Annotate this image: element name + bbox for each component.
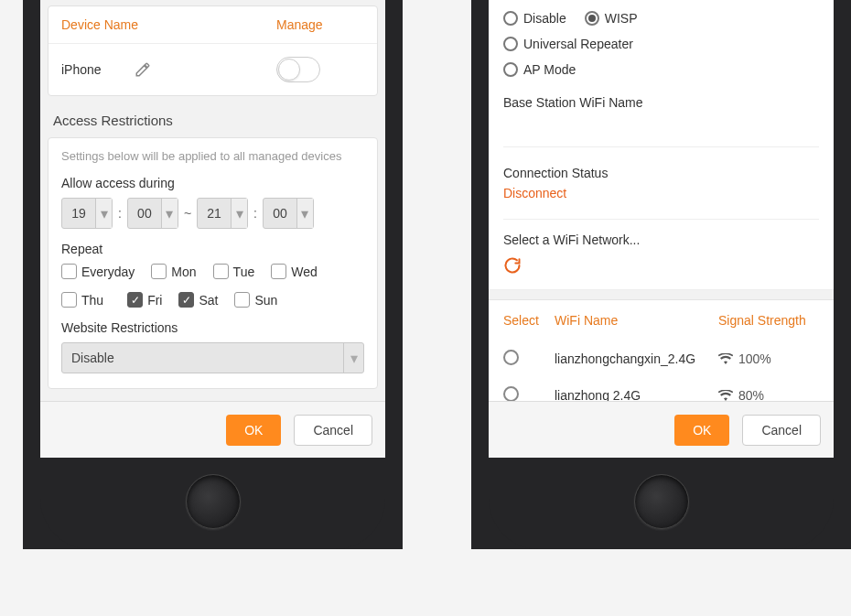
- allow-access-label: Allow access during: [61, 176, 364, 190]
- wifi-table: Select WiFi Name Signal Strength lianzho…: [489, 299, 834, 414]
- access-restrictions-title: Access Restrictions: [40, 96, 385, 137]
- ok-button[interactable]: OK: [674, 415, 729, 446]
- time-to-minute[interactable]: 00▾: [263, 198, 314, 229]
- screen-left: Device Name Manage iPhone Access Restric…: [40, 0, 385, 458]
- day-tue[interactable]: Tue: [213, 264, 255, 279]
- website-restrictions-select[interactable]: Disable ▾: [61, 342, 364, 373]
- base-station-label: Base Station WiFi Name: [503, 82, 819, 115]
- phone-left: Device Name Manage iPhone Access Restric…: [23, 0, 403, 549]
- mode-disable[interactable]: Disable: [503, 11, 566, 26]
- time-range-row: 19▾ : 00▾ ~ 21▾ : 00▾: [61, 198, 364, 229]
- phone-bezel-bottom: [40, 458, 385, 549]
- select-network-label: Select a WiFi Network...: [503, 225, 819, 253]
- day-everyday[interactable]: Everyday: [61, 264, 135, 279]
- radio-selected-icon: [585, 11, 599, 26]
- phone-bezel-bottom: [489, 458, 834, 549]
- radio-icon: [503, 62, 518, 77]
- time-from-minute[interactable]: 00▾: [127, 198, 178, 229]
- screen-right: Disable WISP Universal Repeater AP Mode …: [489, 0, 834, 458]
- cancel-button[interactable]: Cancel: [742, 415, 821, 446]
- radio-icon: [503, 37, 518, 51]
- mode-ap[interactable]: AP Mode: [503, 62, 576, 77]
- wifi-header-select: Select: [503, 313, 555, 328]
- wifi-header-signal: Signal Strength: [718, 313, 819, 328]
- repeat-label: Repeat: [61, 242, 364, 256]
- day-mon[interactable]: Mon: [151, 264, 196, 279]
- device-row: iPhone: [48, 44, 377, 95]
- chevron-down-icon: ▾: [95, 199, 112, 228]
- divider: [503, 146, 819, 147]
- day-thu[interactable]: Thu: [61, 292, 103, 308]
- restrictions-card: Settings below will be applied to all ma…: [48, 137, 378, 389]
- footer-bar-left: OK Cancel: [40, 401, 385, 458]
- checkbox-checked-icon: [178, 292, 194, 308]
- device-table-header-name: Device Name: [61, 17, 276, 32]
- edit-icon[interactable]: [135, 61, 276, 78]
- checkbox-icon: [151, 264, 167, 279]
- radio-icon[interactable]: [503, 350, 519, 365]
- ok-button[interactable]: OK: [226, 415, 281, 446]
- checkbox-icon: [61, 292, 77, 308]
- wifi-signal-icon: [718, 353, 733, 364]
- home-button[interactable]: [634, 474, 689, 529]
- checkbox-icon: [234, 292, 250, 308]
- radio-icon: [503, 11, 518, 26]
- mode-wisp[interactable]: WISP: [585, 11, 638, 26]
- checkbox-icon: [213, 264, 229, 279]
- checkbox-icon: [61, 264, 77, 279]
- manage-toggle[interactable]: [276, 57, 364, 82]
- refresh-icon[interactable]: [503, 253, 819, 284]
- footer-bar-right: OK Cancel: [489, 401, 834, 458]
- connection-status-value: Disconnect: [503, 186, 819, 213]
- chevron-down-icon: ▾: [296, 199, 313, 228]
- connection-status-label: Connection Status: [503, 153, 819, 186]
- chevron-down-icon: ▾: [161, 199, 178, 228]
- device-table-header: Device Name Manage: [48, 6, 377, 44]
- wifi-row[interactable]: lianzhongchangxin_2.4G 100%: [489, 340, 834, 377]
- wifi-signal-icon: [718, 390, 733, 401]
- days-group: Everyday Mon Tue Wed Thu Fri Sat Sun: [61, 264, 364, 308]
- wifi-header-name: WiFi Name: [555, 313, 718, 328]
- checkbox-icon: [271, 264, 286, 279]
- device-name-cell: iPhone: [61, 62, 135, 77]
- wifi-name: lianzhongchangxin_2.4G: [555, 351, 718, 366]
- cancel-button[interactable]: Cancel: [294, 415, 372, 446]
- radio-icon[interactable]: [503, 386, 519, 402]
- chevron-down-icon: ▾: [231, 199, 247, 228]
- home-button[interactable]: [186, 474, 241, 529]
- device-table-header-manage: Manage: [276, 17, 364, 32]
- checkbox-checked-icon: [127, 292, 143, 308]
- day-sat[interactable]: Sat: [178, 292, 218, 308]
- day-fri[interactable]: Fri: [127, 292, 162, 308]
- phone-right: Disable WISP Universal Repeater AP Mode …: [471, 0, 851, 549]
- chevron-down-icon: ▾: [343, 343, 363, 373]
- device-table-card: Device Name Manage iPhone: [48, 5, 378, 96]
- wifi-table-header: Select WiFi Name Signal Strength: [489, 300, 834, 340]
- website-restrictions-label: Website Restrictions: [61, 320, 364, 335]
- day-wed[interactable]: Wed: [271, 264, 318, 279]
- divider: [503, 219, 819, 220]
- mode-panel: Disable WISP Universal Repeater AP Mode …: [489, 0, 834, 290]
- wifi-signal-value: 100%: [738, 351, 771, 366]
- day-sun[interactable]: Sun: [234, 292, 277, 308]
- mode-universal-repeater[interactable]: Universal Repeater: [503, 37, 633, 51]
- restrictions-hint: Settings below will be applied to all ma…: [61, 149, 364, 163]
- time-to-hour[interactable]: 21▾: [197, 198, 248, 229]
- time-from-hour[interactable]: 19▾: [61, 198, 113, 229]
